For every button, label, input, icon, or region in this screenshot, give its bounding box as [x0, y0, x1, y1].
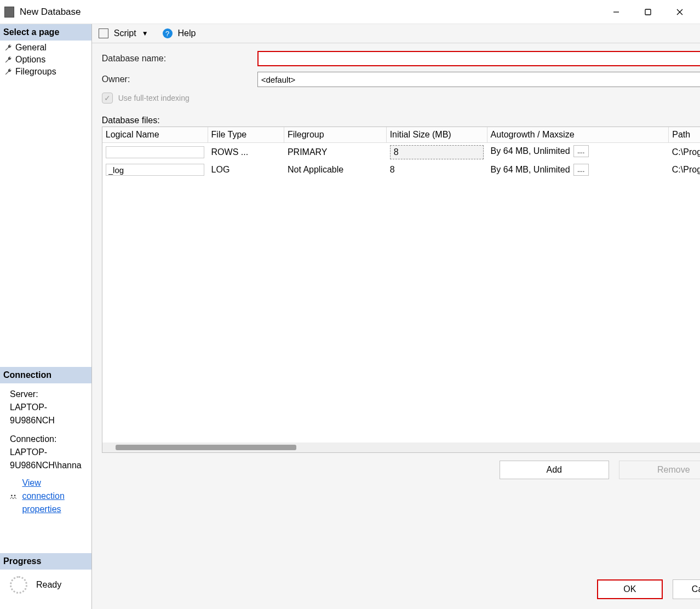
autogrowth-edit-button[interactable]: .... — [573, 164, 589, 176]
script-button[interactable]: Script — [114, 28, 136, 38]
logical-name-input[interactable] — [106, 146, 204, 158]
initial-size-cell[interactable]: 8 — [390, 145, 484, 159]
horizontal-scrollbar[interactable] — [102, 443, 700, 452]
help-icon: ? — [163, 28, 173, 38]
connection-value: LAPTOP-9U986NCH\hanna — [10, 446, 82, 472]
database-icon — [4, 7, 14, 18]
script-icon — [99, 28, 108, 38]
content-area: Script ▼ ? Help Database name: Owner: ..… — [92, 24, 700, 609]
titlebar: New Database — [0, 0, 700, 24]
window-controls — [600, 2, 696, 22]
connection-label: Connection: — [10, 433, 82, 446]
database-name-input[interactable] — [257, 51, 700, 66]
col-file-type[interactable]: File Type — [208, 127, 284, 143]
sidebar: Select a page General Options Filegroups… — [0, 24, 92, 609]
wrench-icon — [4, 56, 12, 64]
database-files-grid[interactable]: Logical Name File Type Filegroup Initial… — [102, 127, 700, 453]
cell: By 64 MB, Unlimited — [491, 146, 570, 156]
autogrowth-edit-button[interactable]: .... — [573, 145, 589, 157]
cell: By 64 MB, Unlimited — [491, 165, 570, 175]
fulltext-label: Use full-text indexing — [118, 94, 190, 102]
sidebar-item-general[interactable]: General — [0, 42, 91, 54]
svg-point-5 — [14, 495, 16, 496]
ok-button[interactable]: OK — [597, 579, 663, 599]
connection-properties-icon — [10, 491, 16, 502]
database-name-label: Database name: — [102, 54, 257, 64]
window-title: New Database — [20, 7, 81, 18]
fulltext-checkbox: ✓ — [102, 93, 113, 104]
minimize-button[interactable] — [600, 2, 632, 22]
remove-button: Remove — [619, 461, 700, 479]
sidebar-item-label: Filegroups — [15, 67, 56, 77]
progress-ring-icon — [10, 576, 27, 594]
wrench-icon — [4, 44, 12, 51]
col-autogrowth[interactable]: Autogrowth / Maxsize — [487, 127, 669, 143]
chevron-down-icon[interactable]: ▼ — [142, 30, 148, 37]
table-row[interactable]: ROWS ... PRIMARY 8 By 64 MB, Unlimited .… — [102, 143, 700, 162]
add-button[interactable]: Add — [500, 461, 609, 479]
cell: LOG — [208, 162, 284, 178]
database-files-label: Database files: — [102, 116, 700, 125]
col-initial-size[interactable]: Initial Size (MB) — [386, 127, 487, 143]
table-row[interactable]: LOG Not Applicable 8 By 64 MB, Unlimited… — [102, 162, 700, 178]
sidebar-item-filegroups[interactable]: Filegroups — [0, 66, 91, 78]
sidebar-item-label: General — [15, 43, 47, 53]
maximize-button[interactable] — [632, 2, 664, 22]
close-button[interactable] — [664, 2, 696, 22]
scrollbar-thumb[interactable] — [116, 445, 296, 450]
col-logical-name[interactable]: Logical Name — [102, 127, 208, 143]
col-path[interactable]: Path — [669, 127, 700, 143]
sidebar-header-progress: Progress — [0, 553, 91, 570]
help-button[interactable]: Help — [178, 28, 196, 38]
svg-point-4 — [11, 495, 13, 496]
server-label: Server: — [10, 388, 82, 401]
owner-label: Owner: — [102, 74, 257, 84]
cell: C:\Progra — [669, 162, 700, 178]
owner-input[interactable] — [257, 72, 700, 87]
page-list: General Options Filegroups — [0, 41, 91, 79]
sidebar-header-select-page: Select a page — [0, 24, 91, 41]
logical-name-input[interactable] — [106, 164, 204, 176]
view-connection-properties-link[interactable]: View connection properties — [22, 476, 81, 516]
sidebar-header-connection: Connection — [0, 367, 91, 383]
cancel-button[interactable]: Cancel — [673, 579, 700, 599]
sidebar-item-label: Options — [15, 55, 45, 65]
cell: Not Applicable — [284, 162, 386, 178]
progress-status: Ready — [36, 580, 61, 590]
toolbar: Script ▼ ? Help — [92, 24, 700, 43]
cell[interactable]: 8 — [386, 162, 487, 178]
col-filegroup[interactable]: Filegroup — [284, 127, 386, 143]
server-value: LAPTOP-9U986NCH — [10, 401, 82, 427]
svg-rect-1 — [645, 9, 651, 15]
sidebar-item-options[interactable]: Options — [0, 54, 91, 66]
wrench-icon — [4, 68, 12, 76]
cell: ROWS ... — [208, 143, 284, 162]
cell: PRIMARY — [284, 143, 386, 162]
cell: C:\Progra — [669, 143, 700, 162]
